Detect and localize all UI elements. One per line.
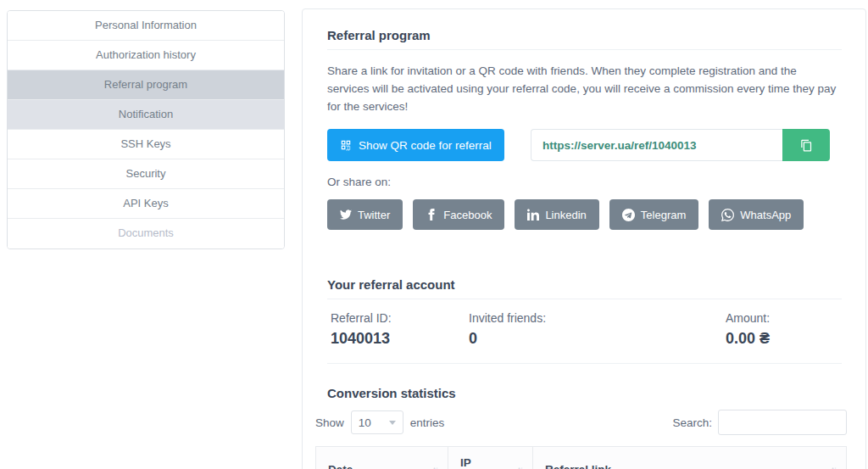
- entries-label: entries: [410, 416, 445, 429]
- entries-per-page-value: 10: [359, 416, 371, 429]
- chevron-down-icon: [389, 421, 396, 425]
- conversion-statistics-table: Date ↑↓ IP address ↑↓ Referral link: [315, 446, 847, 469]
- stat-label: Referral ID:: [331, 311, 469, 325]
- referral-program-panel: Referral program Share a link for invita…: [302, 8, 866, 469]
- sidebar-item-notification[interactable]: Notification: [8, 100, 284, 130]
- sidebar-item-ssh-keys[interactable]: SSH Keys: [8, 130, 284, 159]
- social-share-row: Twitter Facebook Linkedin Telegram Whats…: [327, 199, 842, 230]
- referral-description: Share a link for invitation or a QR code…: [327, 62, 842, 115]
- stat-value: 0: [469, 330, 726, 348]
- column-header-referral-link[interactable]: Referral link ↑↓: [533, 447, 847, 469]
- stat-value: 1040013: [331, 330, 469, 348]
- linkedin-icon: [527, 209, 539, 221]
- share-on-label: Or share on:: [327, 176, 842, 188]
- twitter-icon: [340, 209, 352, 221]
- referral-link-group: [531, 129, 830, 161]
- share-facebook-label: Facebook: [443, 209, 492, 221]
- stat-amount: Amount: 0.00 ₴: [726, 311, 842, 348]
- column-label: Referral link: [545, 463, 611, 469]
- stat-label: Invited friends:: [469, 311, 726, 325]
- share-linkedin-button[interactable]: Linkedin: [515, 199, 598, 230]
- datatable-controls: Show 10 entries Search:: [315, 410, 847, 435]
- share-twitter-button[interactable]: Twitter: [327, 199, 403, 230]
- account-section-title: Your referral account: [327, 277, 842, 299]
- share-twitter-label: Twitter: [358, 209, 390, 221]
- telegram-icon: [622, 209, 635, 221]
- sidebar-item-referral-program[interactable]: Referral program: [8, 70, 284, 100]
- sidebar-item-documents[interactable]: Documents: [8, 219, 284, 248]
- sidebar-item-security[interactable]: Security: [8, 159, 284, 189]
- show-label: Show: [315, 416, 344, 429]
- sidebar-item-authorization-history[interactable]: Authorization history: [8, 41, 284, 70]
- qr-code-icon: [340, 139, 352, 151]
- stat-referral-id: Referral ID: 1040013: [331, 311, 469, 348]
- share-facebook-button[interactable]: Facebook: [413, 199, 504, 230]
- column-header-ip-address[interactable]: IP address ↑↓: [448, 447, 533, 469]
- show-qr-code-button[interactable]: Show QR code for referral: [327, 129, 504, 161]
- table-search: Search:: [672, 410, 847, 435]
- conversion-table-zone: Show 10 entries Search: Date ↑↓: [315, 410, 847, 469]
- show-qr-code-label: Show QR code for referral: [359, 139, 492, 152]
- entries-per-page-select[interactable]: 10: [351, 410, 403, 434]
- settings-sidebar: Personal Information Authorization histo…: [7, 10, 285, 249]
- whatsapp-icon: [721, 209, 734, 221]
- referral-link-input[interactable]: [531, 129, 782, 161]
- sidebar-item-api-keys[interactable]: API Keys: [8, 189, 284, 219]
- sort-icon[interactable]: ↑↓: [517, 465, 522, 469]
- conversion-section-title: Conversion statistics: [327, 386, 842, 400]
- share-whatsapp-button[interactable]: WhatsApp: [709, 199, 804, 230]
- sidebar-item-personal-information[interactable]: Personal Information: [8, 11, 284, 41]
- copy-icon: [800, 139, 813, 152]
- search-input[interactable]: [718, 410, 847, 435]
- share-whatsapp-label: WhatsApp: [740, 209, 791, 221]
- share-telegram-button[interactable]: Telegram: [609, 199, 698, 230]
- copy-link-button[interactable]: [782, 129, 830, 161]
- column-label: Date: [328, 463, 353, 469]
- page-title: Referral program: [327, 28, 842, 50]
- share-telegram-label: Telegram: [641, 209, 686, 221]
- sort-icon[interactable]: ↑↓: [432, 465, 437, 469]
- column-header-date[interactable]: Date ↑↓: [316, 447, 448, 469]
- table-header-row: Date ↑↓ IP address ↑↓ Referral link: [316, 447, 847, 469]
- referral-account-stats: Referral ID: 1040013 Invited friends: 0 …: [327, 299, 842, 364]
- column-label: IP address: [460, 456, 517, 469]
- share-linkedin-label: Linkedin: [545, 209, 586, 221]
- stat-invited-friends: Invited friends: 0: [469, 311, 726, 348]
- sort-icon[interactable]: ↑↓: [831, 465, 836, 469]
- stat-label: Amount:: [726, 311, 842, 325]
- search-label: Search:: [672, 416, 712, 429]
- stat-value: 0.00 ₴: [726, 330, 842, 348]
- referral-actions-row: Show QR code for referral: [327, 129, 842, 161]
- facebook-icon: [426, 209, 437, 221]
